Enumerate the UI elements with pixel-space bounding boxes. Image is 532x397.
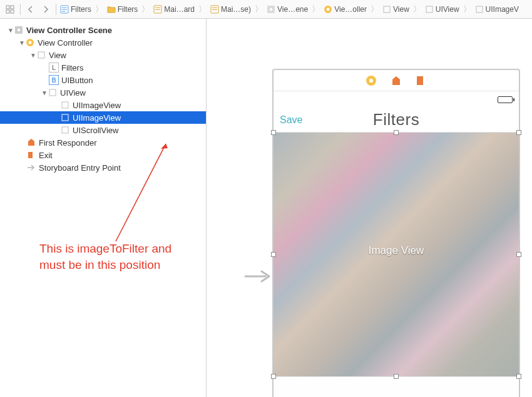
outline-uiimageview-2[interactable]: UIImageView — [0, 111, 206, 124]
crumb-project[interactable]: Filters — [60, 5, 91, 14]
chevron-right-icon: 〉 — [140, 4, 151, 15]
disclosure-triangle-icon[interactable]: ▼ — [41, 89, 48, 96]
outline-view[interactable]: ▼ View — [0, 49, 206, 61]
outline-label: UIView — [60, 88, 86, 98]
crumb-label: Vie…ene — [277, 5, 308, 14]
swift-file-icon — [60, 5, 69, 14]
svg-rect-7 — [62, 11, 65, 12]
svg-rect-1 — [11, 6, 14, 9]
scene-icon — [267, 5, 275, 14]
svg-rect-10 — [155, 9, 160, 10]
viewcontroller-icon — [324, 5, 332, 14]
outline-label: Storyboard Entry Point — [39, 163, 121, 173]
outline-viewcontroller[interactable]: ▼ View Controller — [0, 36, 206, 49]
breadcrumb-bar: Filters 〉 Filters 〉 Mai…ard 〉 Mai…se) 〉 … — [0, 0, 532, 19]
svg-rect-37 — [417, 76, 423, 85]
first-responder-icon — [26, 138, 36, 148]
crumb-view[interactable]: View — [382, 5, 409, 14]
back-icon[interactable] — [24, 3, 37, 16]
outline-entry-point[interactable]: Storyboard Entry Point — [0, 161, 206, 174]
view-icon — [475, 5, 484, 14]
svg-rect-5 — [62, 8, 67, 8]
viewcontroller-icon — [25, 38, 35, 48]
annotation-line1: This is imageToFilter and — [39, 242, 171, 255]
crumb-uiview[interactable]: UIView — [425, 5, 459, 14]
outline-scene[interactable]: ▼ View Controller Scene — [0, 24, 206, 36]
outline-label: View Controller Scene — [26, 26, 112, 35]
svg-rect-15 — [269, 8, 273, 11]
filter-scroll-area[interactable] — [274, 376, 519, 397]
interface-builder-canvas[interactable]: Save Filters Image View — [207, 19, 532, 397]
svg-point-17 — [327, 8, 330, 11]
crumb-label: Filters — [118, 5, 138, 14]
outline-label: UIImageView — [73, 101, 121, 110]
viewcontroller-dock-icon[interactable] — [366, 75, 377, 86]
button-icon: B — [49, 75, 59, 85]
chevron-right-icon: 〉 — [94, 4, 105, 15]
svg-point-24 — [29, 41, 32, 44]
annotation-line2: must be in this position — [39, 258, 160, 271]
entry-point-arrow-icon[interactable] — [244, 269, 273, 284]
crumb-scene[interactable]: Vie…ene — [267, 5, 308, 14]
save-button[interactable]: Save — [280, 114, 317, 126]
outline-first-responder[interactable]: First Responder — [0, 136, 206, 149]
forward-icon[interactable] — [39, 3, 52, 16]
first-responder-dock-icon[interactable] — [391, 75, 402, 86]
outline-filters-label[interactable]: L Filters — [0, 61, 206, 74]
battery-icon — [498, 96, 513, 103]
crumb-storyboard1[interactable]: Mai…ard — [153, 5, 195, 14]
view-icon — [60, 125, 70, 135]
view-icon — [60, 113, 70, 123]
image-view-label: Image View — [274, 244, 519, 257]
label-icon: L — [49, 63, 59, 73]
crumb-viewcontroller[interactable]: Vie…oller — [324, 5, 367, 14]
disclosure-triangle-icon[interactable]: ▼ — [8, 27, 14, 34]
svg-point-35 — [369, 79, 373, 83]
chevron-right-icon: 〉 — [412, 4, 422, 15]
svg-rect-28 — [62, 114, 68, 121]
svg-rect-18 — [384, 6, 390, 13]
outline-uibutton[interactable]: B UIButton — [0, 74, 206, 86]
crumb-label: Vie…oller — [334, 5, 367, 14]
outline-label: UIButton — [61, 76, 93, 85]
scene-dock — [274, 70, 519, 91]
svg-rect-30 — [28, 141, 34, 146]
svg-rect-12 — [212, 8, 217, 8]
svg-rect-36 — [392, 79, 400, 85]
exit-icon — [26, 150, 36, 160]
svg-rect-3 — [11, 10, 14, 13]
outline-exit[interactable]: Exit — [0, 149, 206, 161]
disclosure-triangle-icon[interactable]: ▼ — [30, 52, 36, 59]
image-view[interactable]: Image View — [274, 133, 519, 376]
outline-label: View — [49, 51, 66, 60]
svg-rect-26 — [49, 89, 56, 96]
svg-rect-0 — [6, 6, 9, 9]
crumb-folder[interactable]: Filters — [107, 5, 138, 14]
chevron-right-icon: 〉 — [369, 4, 380, 15]
outline-uiimageview-1[interactable]: UIImageView — [0, 99, 206, 111]
storyboard-file-icon — [153, 5, 162, 14]
navigation-bar: Save Filters — [274, 108, 519, 133]
outline-label: Filters — [61, 63, 83, 73]
crumb-storyboard2[interactable]: Mai…se) — [210, 5, 251, 14]
svg-rect-19 — [426, 6, 432, 13]
svg-rect-20 — [476, 6, 483, 13]
outline-uiview[interactable]: ▼ UIView — [0, 86, 206, 99]
exit-dock-icon[interactable] — [416, 75, 427, 86]
device-preview[interactable]: Save Filters Image View — [272, 69, 520, 397]
storyboard-file-icon — [210, 5, 219, 14]
crumb-uiimageview[interactable]: UIImageV — [475, 5, 519, 14]
outline-label: View Controller — [38, 38, 93, 48]
annotation-text: This is imageToFilter and must be in thi… — [39, 241, 171, 273]
crumb-label: Mai…se) — [221, 5, 251, 14]
nav-title: Filters — [317, 110, 475, 129]
crumb-label: Filters — [71, 5, 91, 14]
svg-rect-22 — [17, 28, 21, 32]
crumb-label: UIImageV — [486, 5, 519, 14]
disclosure-triangle-icon[interactable]: ▼ — [19, 39, 25, 46]
arrow-right-icon — [26, 163, 36, 173]
outline-uiscrollview[interactable]: UIScrollView — [0, 124, 206, 136]
chevron-right-icon: 〉 — [197, 4, 208, 15]
svg-rect-27 — [62, 102, 68, 108]
related-items-icon[interactable] — [4, 3, 16, 16]
